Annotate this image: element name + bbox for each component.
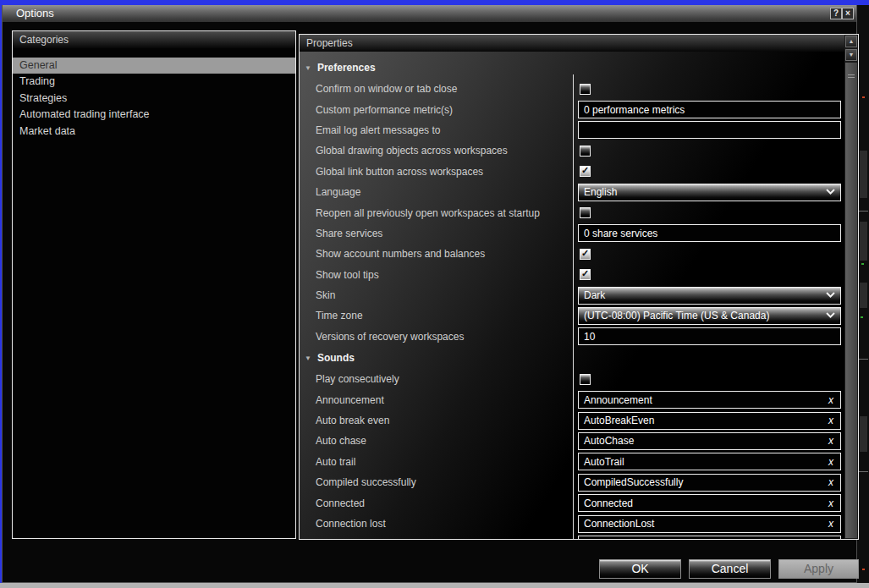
property-value: Connectedx [578,492,841,513]
checkmark-icon: ✓ [581,248,589,259]
dialog-title: Options [16,7,54,19]
sound-field-item[interactable] [578,536,841,539]
property-row: Time zone(UTC-08:00) Pacific Time (US & … [300,305,844,326]
sidebar-item-automated-trading-interface[interactable]: Automated trading interface [13,107,295,123]
checkmark-icon: ✓ [581,165,589,176]
sidebar-item-strategies[interactable]: Strategies [13,91,295,107]
chevron-down-icon [826,189,835,195]
sound-field-connection-lost[interactable]: ConnectionLostx [578,515,841,533]
sound-value: AutoTrail [584,456,624,468]
checkbox-global-drawing-objects-across-workspaces[interactable] [580,146,591,157]
section-title: Preferences [317,62,376,74]
property-label: Connection lost [316,518,386,530]
sound-value: Announcement [584,394,652,406]
properties-header: Properties [300,35,858,52]
categories-header: Categories [13,31,295,48]
property-value [578,327,841,347]
dialog-titlebar[interactable]: Options ? × [3,5,856,22]
property-value [578,120,841,140]
sound-value: ConnectionLost [584,518,654,530]
property-value [578,223,841,244]
clear-sound-button[interactable]: x [828,476,833,488]
sound-field-compiled-successfully[interactable]: CompiledSuccessfullyx [578,474,841,492]
text-input-share-services[interactable] [578,224,841,242]
property-value [578,369,841,389]
sound-value: AutoChase [584,435,634,447]
property-value [578,202,841,223]
dropdown-language[interactable]: English [578,184,841,201]
checkbox-show-account-numbers-and-balances[interactable]: ✓ [580,249,591,260]
scroll-down-button[interactable]: ▼ [845,49,857,61]
property-row: Show account numbers and balances✓ [300,244,844,264]
text-input-custom-performance-metric-s[interactable] [578,101,841,118]
property-label: Compiled successfully [316,476,416,488]
checkbox-confirm-on-window-or-tab-close[interactable] [580,84,591,95]
sound-field-auto-chase[interactable]: AutoChasex [578,432,841,450]
section-header-preferences[interactable]: ▼Preferences [300,57,844,79]
property-row: Custom performance metric(s) [300,99,844,119]
sidebar-item-trading[interactable]: Trading [13,74,295,90]
chevron-down-icon: ▼ [305,354,311,362]
property-label: Share services [316,228,382,239]
property-label: Versions of recovery workspaces [316,331,464,343]
scrollbar-thumb[interactable] [845,63,857,538]
dropdown-time-zone[interactable]: (UTC-08:00) Pacific Time (US & Canada) [578,307,841,325]
scrollbar-grip [848,74,855,75]
chevron-down-icon [826,292,835,298]
property-value: ConnectionLostx [578,514,841,534]
property-label: Language [316,186,360,198]
close-button[interactable]: × [842,8,854,19]
property-label: Announcement [316,394,384,406]
help-button[interactable]: ? [830,8,842,19]
property-row: Connection lostConnectionLostx [300,514,844,534]
ok-button[interactable]: OK [599,559,681,579]
checkbox-reopen-all-previously-open-workspaces-at-startup[interactable] [580,207,591,218]
property-label: Email log alert messages to [316,124,440,136]
background-tick [858,211,868,212]
property-value [578,79,841,99]
sound-field-auto-trail[interactable]: AutoTrailx [578,453,841,470]
sound-field-auto-break-even[interactable]: AutoBreakEvenx [578,412,841,430]
background-segment [860,151,867,198]
text-input-email-log-alert-messages-to[interactable] [578,121,841,139]
sound-field-announcement[interactable]: Announcementx [578,391,841,409]
background-app-strip [857,5,869,583]
sound-field-connected[interactable]: Connectedx [578,494,841,512]
section-header-sounds[interactable]: ▼Sounds [300,347,844,369]
clear-sound-button[interactable]: x [828,415,833,426]
properties-scrollbar[interactable]: ▲ ▼ [844,35,858,539]
property-row: Email log alert messages to [300,120,844,140]
property-value [578,140,841,161]
clear-sound-button[interactable]: x [828,456,833,468]
property-label: Reopen all previously open workspaces at… [316,207,540,219]
apply-button[interactable]: Apply [778,559,859,579]
bottom-edge-strip [0,583,869,588]
property-label: Auto chase [316,435,366,447]
property-value: CompiledSuccessfullyx [578,472,841,492]
property-label: Auto trail [316,456,355,468]
background-speck [862,96,865,98]
property-label: Connected [316,497,365,509]
cancel-button[interactable]: Cancel [689,559,771,579]
property-value: (UTC-08:00) Pacific Time (US & Canada) [578,305,841,326]
clear-sound-button[interactable]: x [828,518,833,530]
sidebar-item-market-data[interactable]: Market data [13,124,295,140]
clear-sound-button[interactable]: x [828,435,833,447]
property-row: LanguageEnglish [300,182,844,202]
property-row: Versions of recovery workspaces [300,327,844,347]
property-row: Play consecutively [300,369,844,389]
checkbox-play-consecutively[interactable] [580,374,591,385]
property-row [300,534,844,539]
background-speck [862,569,865,570]
clear-sound-button[interactable]: x [828,394,833,406]
chevron-down-icon [826,312,835,318]
checkbox-show-tool-tips[interactable]: ✓ [580,269,591,280]
checkbox-global-link-button-across-workspaces[interactable]: ✓ [580,166,591,177]
text-input-versions-of-recovery-workspaces[interactable] [578,327,841,345]
background-speck [861,316,863,318]
clear-sound-button[interactable]: x [828,497,833,509]
scroll-up-button[interactable]: ▲ [845,36,857,47]
sidebar-item-general[interactable]: General [13,58,295,74]
dropdown-skin[interactable]: Dark [578,287,841,305]
property-label: Skin [316,289,335,301]
